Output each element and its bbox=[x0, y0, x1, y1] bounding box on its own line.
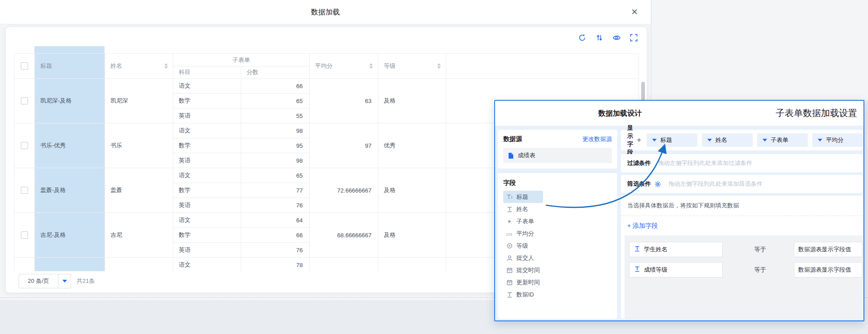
row-checkbox[interactable] bbox=[21, 142, 28, 149]
field-item-等级[interactable]: 等级 bbox=[503, 240, 612, 252]
row-checkbox[interactable] bbox=[21, 231, 28, 239]
document-icon bbox=[508, 152, 514, 159]
field-item-label: 数据ID bbox=[516, 291, 534, 299]
filter-placeholder: 拖动左侧字段到此处来添加过滤条件 bbox=[658, 159, 752, 167]
display-field-tag-姓名[interactable]: 姓名 bbox=[702, 133, 753, 147]
page-size-dropdown-icon[interactable] bbox=[58, 274, 71, 288]
eye-icon[interactable] bbox=[611, 33, 621, 42]
sort-icon[interactable] bbox=[369, 62, 373, 70]
field-item-提交人[interactable]: 提交人 bbox=[503, 252, 612, 264]
date-field-icon: 7 bbox=[506, 267, 513, 274]
field-item-姓名[interactable]: 姓名 bbox=[503, 203, 612, 215]
data-load-design-panel: 数据加载设计 子表单数据加载设置 数据源 更改数据源 成绩表 字段 标题姓名子表… bbox=[494, 100, 864, 321]
display-fields-label: 显示字段 bbox=[627, 124, 633, 156]
cell-average: 97 bbox=[310, 123, 378, 168]
cell-title bbox=[35, 258, 105, 272]
field-list: 标题姓名子表单123平均分等级提交人7提交时间7更新时间数据ID bbox=[503, 191, 612, 301]
tag-label: 平均分 bbox=[826, 136, 844, 144]
header-title[interactable]: 标题 bbox=[35, 54, 105, 79]
cell-name: 书乐 bbox=[105, 123, 173, 168]
cell-score: 98 bbox=[241, 123, 310, 138]
highlighted-column-cap bbox=[34, 46, 105, 53]
field-item-label: 更新时间 bbox=[516, 278, 540, 287]
mapping-field-input[interactable]: 学生姓名 bbox=[629, 242, 723, 257]
field-item-label: 姓名 bbox=[516, 205, 528, 213]
cell-average bbox=[310, 258, 378, 272]
chevron-down-icon bbox=[707, 139, 712, 141]
mapping-field-input[interactable]: 成绩等级 bbox=[629, 262, 723, 278]
gear-icon[interactable] bbox=[654, 181, 661, 188]
cell-title: 凯尼深-及格 bbox=[35, 79, 105, 123]
cell-name: 盖聂 bbox=[105, 168, 173, 213]
cell-average: 63 bbox=[310, 79, 378, 123]
change-datasource-link[interactable]: 更改数据源 bbox=[582, 135, 612, 143]
mapping-value-select[interactable]: 数据源表显示字段值 bbox=[794, 262, 863, 278]
fill-rule-card: 当选择具体数据后，将按如下规则填充数据 + 添加字段 学生姓名等于数据源表显示字… bbox=[621, 196, 863, 319]
page-size-select[interactable]: 20 条/页 bbox=[19, 274, 58, 288]
sort-icon[interactable] bbox=[437, 62, 441, 70]
sift-label: 筛选条件 bbox=[627, 180, 651, 188]
cell-name bbox=[105, 258, 173, 272]
cell-score: 78 bbox=[241, 258, 310, 272]
header-name[interactable]: 姓名 bbox=[105, 54, 173, 79]
cell-name: 吉尼 bbox=[105, 213, 173, 258]
sort-icon[interactable] bbox=[594, 33, 604, 42]
cell-score: 66 bbox=[241, 79, 310, 94]
cell-average: 68.66666667 bbox=[310, 213, 378, 258]
header-grade[interactable]: 等级 bbox=[378, 54, 446, 79]
display-field-tag-子表单[interactable]: 子表单 bbox=[757, 133, 808, 147]
datasource-card: 数据源 更改数据源 成绩表 bbox=[498, 130, 617, 169]
filter-condition-dropzone[interactable]: 过滤条件 拖动左侧字段到此处来添加过滤条件 bbox=[621, 154, 863, 172]
field-item-label: 提交时间 bbox=[516, 266, 540, 274]
mapping-row: 学生姓名等于数据源表显示字段值 bbox=[629, 242, 863, 257]
sift-condition-dropzone[interactable]: 筛选条件 拖动左侧字段到此处来添加筛选条件 bbox=[621, 175, 863, 193]
row-checkbox-cell bbox=[14, 213, 35, 258]
add-field-button[interactable]: + 添加字段 bbox=[621, 216, 863, 236]
row-checkbox[interactable] bbox=[21, 187, 28, 194]
display-field-tag-标题[interactable]: 标题 bbox=[647, 133, 697, 147]
header-empty bbox=[446, 54, 639, 79]
date-field-icon: 7 bbox=[506, 279, 513, 286]
header-subject: 科目 bbox=[173, 66, 241, 79]
svg-text:123: 123 bbox=[506, 232, 512, 236]
field-item-子表单[interactable]: 子表单 bbox=[503, 215, 612, 227]
header-checkbox-cell bbox=[14, 54, 35, 79]
close-icon[interactable]: × bbox=[628, 6, 641, 19]
field-item-提交时间[interactable]: 7提交时间 bbox=[503, 264, 612, 276]
field-item-label: 平均分 bbox=[516, 230, 534, 238]
refresh-icon[interactable] bbox=[577, 33, 587, 42]
cell-subject: 数学 bbox=[173, 138, 241, 153]
cell-average: 72.66666667 bbox=[310, 168, 378, 213]
select-all-checkbox[interactable] bbox=[21, 62, 28, 70]
row-checkbox[interactable] bbox=[21, 97, 28, 104]
mapping-value-select[interactable]: 数据源表显示字段值 bbox=[794, 242, 863, 257]
text-field-icon bbox=[634, 246, 640, 253]
cell-score: 65 bbox=[241, 168, 310, 183]
mapping-field-name: 学生姓名 bbox=[644, 245, 668, 254]
display-field-tag-平均分[interactable]: 平均分 bbox=[812, 133, 863, 147]
filter-label: 过滤条件 bbox=[627, 159, 651, 167]
cell-score: 76 bbox=[241, 243, 310, 258]
fullscreen-icon[interactable] bbox=[629, 33, 639, 42]
dialog-titlebar: 数据加载 × bbox=[0, 0, 651, 24]
sort-icon[interactable] bbox=[164, 62, 168, 70]
field-item-标题[interactable]: 标题 bbox=[503, 191, 543, 203]
datasource-item[interactable]: 成绩表 bbox=[503, 148, 612, 163]
radio-field-icon bbox=[506, 242, 513, 249]
chevron-down-icon bbox=[818, 139, 822, 141]
cell-subject: 英语 bbox=[173, 108, 241, 123]
cell-subject: 数学 bbox=[173, 228, 241, 243]
header-average[interactable]: 平均分 bbox=[310, 54, 378, 79]
header-score: 分数 bbox=[241, 66, 310, 79]
page-background bbox=[652, 0, 868, 100]
field-item-更新时间[interactable]: 7更新时间 bbox=[503, 276, 612, 288]
field-item-数据ID[interactable]: 数据ID bbox=[503, 288, 612, 301]
mapping-panel: 学生姓名等于数据源表显示字段值成绩等级等于数据源表显示字段值 bbox=[625, 235, 863, 319]
cell-subject: 数学 bbox=[173, 94, 241, 108]
field-item-平均分[interactable]: 123平均分 bbox=[503, 227, 612, 240]
add-display-field-button[interactable]: + bbox=[637, 136, 641, 145]
tag-label: 标题 bbox=[660, 136, 672, 144]
text-field-icon bbox=[506, 291, 513, 298]
cell-subject: 语文 bbox=[173, 79, 241, 94]
number-field-icon: 123 bbox=[506, 230, 513, 237]
